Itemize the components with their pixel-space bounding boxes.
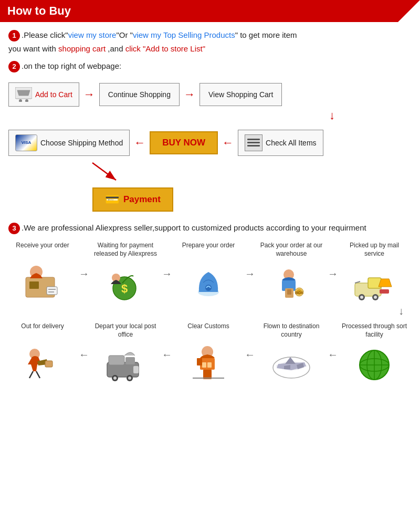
process-arrow-5: ← — [79, 349, 89, 361]
receive-order-label: Receive your order — [16, 242, 69, 256]
process-arrow-7: ← — [245, 349, 255, 361]
svg-line-33 — [29, 371, 33, 378]
process-flown: Flown to destination country — [257, 322, 326, 384]
process-prepare-order: Prepare your order — [174, 242, 243, 301]
down-arrow-icon: ↓ — [398, 305, 404, 317]
link-top-selling[interactable]: view my Top Selling Products — [133, 30, 235, 39]
svg-marker-30 — [379, 279, 392, 287]
arrow-down: ↓ — [329, 109, 335, 122]
sort-facility-icon — [353, 342, 395, 384]
choose-shipping-btn[interactable]: VISA Choose Shipping Method — [8, 130, 130, 156]
down-arrow-row: ↓ — [8, 305, 412, 317]
svg-text:$: $ — [121, 282, 128, 295]
process-arrow-8: ← — [328, 349, 338, 361]
svg-text:BOX: BOX — [295, 291, 303, 295]
svg-line-34 — [36, 371, 40, 378]
clear-customs-icon — [187, 340, 229, 382]
svg-rect-46 — [197, 358, 202, 365]
buy-now-btn[interactable]: BUY NOW — [150, 131, 218, 154]
continue-shopping-btn[interactable]: Continue Shopping — [99, 83, 180, 106]
flow-row-2: VISA Choose Shipping Method ← BUY NOW ← … — [8, 130, 323, 156]
choose-shipping-label: Choose Shipping Method — [40, 139, 123, 147]
svg-rect-8 — [47, 287, 57, 295]
svg-point-15 — [205, 285, 212, 291]
depart-post-icon — [104, 342, 146, 384]
process-depart-post: Depart your local post office — [91, 322, 160, 384]
arrow-2: → — [184, 88, 195, 101]
process-clear-customs: Clear Customs — [174, 322, 243, 382]
process-waiting-payment: Waiting for payment released by Aliexpre… — [91, 242, 160, 303]
diagonal-arrow-svg — [90, 160, 121, 184]
process-pack-order: Pack your order at our warehouse BOX — [257, 242, 326, 303]
diagonal-arrow-container — [90, 160, 121, 185]
link-view-store[interactable]: view my store — [68, 30, 117, 39]
link-add-to-store[interactable]: click "Add to store List" — [125, 44, 205, 53]
step2-text: 2.on the top right of webpage: — [8, 59, 412, 73]
svg-rect-37 — [109, 356, 124, 365]
checklist-icon — [245, 134, 262, 151]
payment-icon: 💳 — [105, 193, 119, 206]
page-header: How to Buy — [0, 0, 420, 22]
add-to-cart-btn[interactable]: Add to Cart — [8, 82, 79, 107]
continue-shopping-label: Continue Shopping — [108, 90, 171, 99]
flow-row-1: Add to Cart → Continue Shopping → View S… — [8, 82, 282, 107]
check-all-items-btn[interactable]: Check All Items — [238, 130, 323, 156]
arrow-4: ← — [222, 136, 234, 150]
link-shopping-cart[interactable]: shopping cart — [58, 44, 106, 53]
payment-label: Payment — [123, 194, 161, 205]
step1-number: 1 — [8, 30, 20, 41]
prepare-order-icon — [187, 259, 229, 301]
svg-rect-49 — [207, 362, 212, 368]
sort-facility-label: Processed through sort facility — [340, 322, 408, 339]
flown-icon — [270, 342, 312, 384]
payment-row: 💳 Payment — [92, 187, 173, 212]
flown-label: Flown to destination country — [257, 322, 326, 339]
prepare-order-label: Prepare your order — [182, 242, 235, 256]
main-content: 1.Please click"view my store"Or "view my… — [0, 22, 420, 390]
check-all-items-label: Check All Items — [266, 139, 316, 147]
process-row-2: Out for delivery ← Depart your l — [8, 322, 412, 384]
view-cart-label: View Shopping Cart — [208, 90, 273, 99]
waiting-payment-icon: $ — [104, 261, 146, 303]
process-section: Receive your order → Waiting for — [8, 242, 412, 384]
process-receive-order: Receive your order — [8, 242, 77, 301]
clear-customs-label: Clear Customs — [187, 322, 229, 337]
depart-post-label: Depart your local post office — [91, 322, 160, 339]
flow-diagram: Add to Cart → Continue Shopping → View S… — [8, 82, 412, 212]
svg-rect-43 — [133, 366, 139, 373]
process-row-1: Receive your order → Waiting for — [8, 242, 412, 303]
process-picked-up: Picked up by mail service — [340, 242, 408, 303]
receive-order-icon — [22, 259, 64, 301]
process-arrow-1: → — [79, 268, 89, 280]
credit-card-icon: VISA — [15, 134, 37, 151]
step3-number: 3 — [8, 223, 20, 234]
out-delivery-icon — [22, 340, 64, 382]
svg-point-2 — [25, 99, 28, 102]
pack-order-label: Pack your order at our warehouse — [257, 242, 326, 258]
payment-btn[interactable]: 💳 Payment — [92, 187, 173, 212]
svg-rect-6 — [29, 281, 39, 289]
add-to-cart-label: Add to Cart — [35, 90, 72, 99]
svg-rect-48 — [202, 362, 206, 368]
process-arrow-3: → — [245, 268, 255, 280]
waiting-payment-label: Waiting for payment released by Aliexpre… — [91, 242, 160, 258]
process-arrow-4: → — [328, 268, 338, 280]
svg-point-26 — [360, 296, 363, 299]
svg-point-41 — [128, 377, 131, 380]
svg-marker-53 — [285, 357, 296, 364]
step1-text: 1.Please click"view my store"Or "view my… — [8, 28, 412, 55]
step2-number: 2 — [8, 61, 20, 72]
cart-icon — [15, 87, 32, 102]
svg-point-1 — [19, 99, 22, 102]
step3-text: 3.We are professional Aliexpress seller,… — [8, 221, 412, 235]
pack-order-icon: BOX — [270, 261, 312, 303]
arrow-down-container: ↓ — [8, 109, 365, 122]
arrow-1: → — [83, 88, 95, 101]
svg-line-4 — [92, 163, 116, 180]
process-arrow-6: ← — [162, 349, 172, 361]
process-sort-facility: Processed through sort facility — [340, 322, 408, 384]
process-arrow-2: → — [162, 268, 172, 280]
view-cart-btn[interactable]: View Shopping Cart — [200, 83, 282, 106]
page-title: How to Buy — [7, 4, 71, 18]
svg-point-28 — [374, 296, 377, 299]
